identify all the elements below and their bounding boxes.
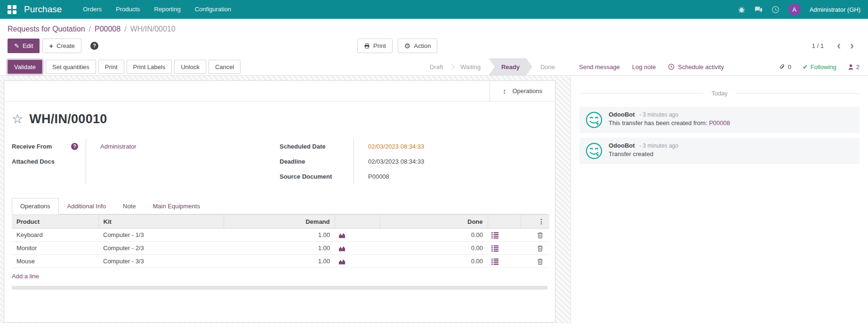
log-note-button[interactable]: Log note	[632, 63, 656, 71]
gear-icon: ⚙	[404, 42, 410, 49]
user-avatar[interactable]: A	[788, 3, 801, 16]
cell-product[interactable]: Monitor	[12, 242, 98, 255]
state-done[interactable]: Done	[532, 58, 563, 75]
followers-button[interactable]: 2	[848, 63, 860, 71]
cell-product[interactable]: Mouse	[12, 255, 98, 268]
state-draft[interactable]: Draft	[422, 58, 451, 75]
detailed-operations-list-icon[interactable]	[491, 245, 498, 252]
operations-table: Product Kit Demand Done ⋮ Keyboard Compu…	[12, 214, 549, 268]
column-options-icon[interactable]: ⋮	[538, 218, 545, 225]
create-button[interactable]: + Create	[42, 39, 81, 53]
cell-done[interactable]: 0.00	[380, 255, 488, 268]
breadcrumb-link-rfq[interactable]: Requests for Quotation	[8, 25, 85, 33]
horizontal-scrollbar[interactable]	[12, 286, 547, 290]
detailed-operations-list-icon[interactable]	[491, 258, 498, 265]
tab-operations[interactable]: Operations	[12, 198, 59, 214]
schedule-activity-label: Schedule activity	[678, 63, 724, 71]
attachments-button[interactable]: 0	[779, 63, 791, 71]
menu-configuration[interactable]: Configuration	[188, 0, 238, 19]
forecast-chart-icon[interactable]	[338, 258, 346, 265]
chatter-panel: Today ♥ OdooBot - 3 minutes ago This tra…	[571, 76, 868, 323]
col-options[interactable]: ⋮	[521, 215, 549, 229]
plus-icon: +	[49, 42, 53, 49]
field-help-icon[interactable]: ?	[71, 143, 78, 150]
message-author[interactable]: OdooBot	[609, 142, 635, 149]
set-quantities-button[interactable]: Set quantities	[46, 60, 96, 74]
message-record-link[interactable]: P00008	[709, 119, 730, 126]
print-menu-button[interactable]: Print	[357, 39, 393, 53]
cell-done[interactable]: 0.00	[380, 229, 488, 242]
following-button[interactable]: ✔ Following	[803, 63, 836, 71]
detailed-operations-list-icon[interactable]	[491, 232, 498, 239]
menu-reporting[interactable]: Reporting	[147, 0, 187, 19]
operations-stat-button[interactable]: ↕ Operations	[490, 81, 555, 101]
app-name[interactable]: Purchase	[24, 4, 62, 15]
schedule-activity-button[interactable]: Schedule activity	[668, 63, 724, 71]
forecast-chart-icon[interactable]	[338, 232, 346, 239]
messages-icon[interactable]	[755, 6, 763, 14]
activities-clock-icon[interactable]	[772, 6, 780, 14]
cell-kit[interactable]: Computer - 1/3	[98, 229, 224, 242]
navbar-right: A Administrator (GH)	[738, 3, 860, 16]
favorite-star-icon[interactable]: ☆	[12, 113, 23, 126]
message-author[interactable]: OdooBot	[609, 111, 635, 118]
delete-trash-icon[interactable]	[537, 245, 544, 252]
control-panel: Requests for Quotation/P00008/WH/IN/0001…	[0, 19, 868, 76]
cell-kit[interactable]: Computer - 3/3	[98, 255, 224, 268]
unlock-button[interactable]: Unlock	[174, 60, 206, 74]
state-ready[interactable]: Ready	[489, 58, 532, 75]
add-a-line-link[interactable]: Add a line	[12, 273, 39, 280]
cell-done[interactable]: 0.00	[380, 242, 488, 255]
help-question-icon[interactable]: ?	[90, 42, 98, 50]
delete-trash-icon[interactable]	[537, 232, 544, 239]
col-demand[interactable]: Demand	[224, 215, 335, 229]
record-title: WH/IN/00010	[29, 112, 107, 126]
cell-demand[interactable]: 1.00	[224, 229, 335, 242]
cell-product[interactable]: Keyboard	[12, 229, 98, 242]
breadcrumb-separator: /	[89, 25, 91, 33]
delete-trash-icon[interactable]	[537, 258, 544, 265]
pencil-icon: ✎	[14, 42, 19, 49]
tab-additional-info[interactable]: Additional Info	[59, 198, 114, 214]
following-label: Following	[811, 63, 836, 71]
col-kit[interactable]: Kit	[98, 215, 224, 229]
svg-text:♥: ♥	[596, 121, 599, 126]
date-divider-label: Today	[711, 90, 728, 97]
receive-from-label-row: Receive From ?	[12, 139, 86, 154]
cancel-button[interactable]: Cancel	[209, 60, 241, 74]
debug-bug-icon[interactable]	[738, 6, 746, 14]
chatter-tools: 0 ✔ Following 2	[779, 63, 860, 71]
menu-products[interactable]: Products	[109, 0, 147, 19]
breadcrumb-link-p00008[interactable]: P00008	[95, 25, 121, 33]
col-done[interactable]: Done	[380, 215, 488, 229]
create-button-label: Create	[56, 42, 75, 49]
apps-menu-icon[interactable]	[8, 5, 16, 14]
breadcrumb-separator: /	[124, 25, 126, 33]
tab-note[interactable]: Note	[114, 198, 144, 214]
validate-button[interactable]: Validate	[8, 60, 42, 74]
odoobot-avatar: ♥	[585, 111, 603, 129]
right-field-group: Scheduled Date Deadline Source Document …	[280, 139, 547, 184]
pager-next-icon[interactable]: ›	[845, 41, 859, 50]
cell-demand[interactable]: 1.00	[224, 255, 335, 268]
cell-demand[interactable]: 1.00	[224, 242, 335, 255]
table-row[interactable]: Mouse Computer - 3/3 1.00 0.00	[12, 255, 549, 268]
print-button[interactable]: Print	[98, 60, 124, 74]
col-product[interactable]: Product	[12, 215, 98, 229]
send-message-button[interactable]: Send message	[579, 63, 620, 71]
cell-kit[interactable]: Computer - 2/3	[98, 242, 224, 255]
state-waiting[interactable]: Waiting	[452, 58, 489, 75]
receive-from-value[interactable]: Administrator	[100, 143, 137, 150]
tab-main-equipments[interactable]: Main Equipments	[144, 198, 208, 214]
forecast-chart-icon[interactable]	[338, 245, 346, 252]
top-navbar: Purchase Orders Products Reporting Confi…	[0, 0, 868, 19]
print-labels-button[interactable]: Print Labels	[127, 60, 172, 74]
table-row[interactable]: Monitor Computer - 2/3 1.00 0.00	[12, 242, 549, 255]
user-menu[interactable]: Administrator (GH)	[810, 6, 860, 13]
action-menu-button[interactable]: ⚙ Action	[398, 39, 438, 53]
table-row[interactable]: Keyboard Computer - 1/3 1.00 0.00	[12, 229, 549, 242]
edit-button[interactable]: ✎ Edit	[8, 39, 40, 53]
notebook-tabs: Operations Additional Info Note Main Equ…	[12, 198, 547, 214]
pager-previous-icon[interactable]: ‹	[832, 41, 845, 50]
menu-orders[interactable]: Orders	[76, 0, 109, 19]
